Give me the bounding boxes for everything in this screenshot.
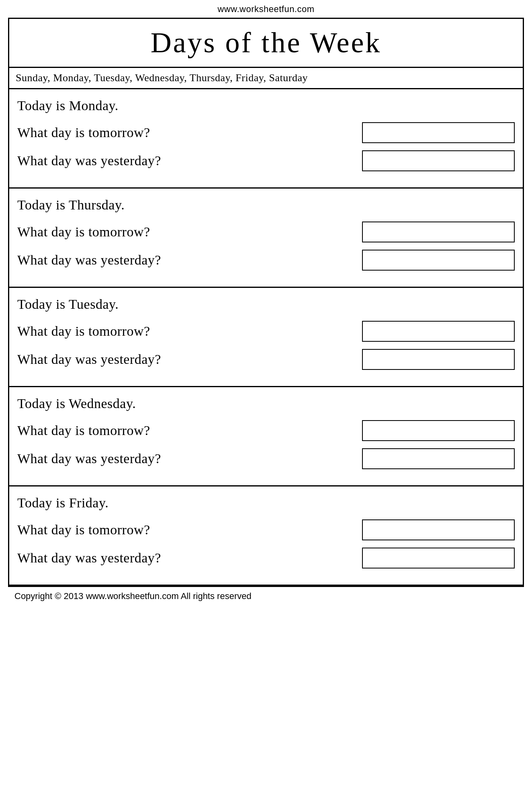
question-text-1-0: What day is tomorrow? bbox=[17, 224, 150, 240]
question-row-2-0: What day is tomorrow? bbox=[17, 321, 515, 342]
question-row-0-0: What day is tomorrow? bbox=[17, 122, 515, 143]
today-statement-1: Today is Thursday. bbox=[17, 197, 515, 213]
question-row-1-0: What day is tomorrow? bbox=[17, 222, 515, 242]
answer-box-1-0[interactable] bbox=[362, 222, 515, 242]
answer-box-3-0[interactable] bbox=[362, 420, 515, 441]
exercise-section-4: Today is Friday.What day is tomorrow?Wha… bbox=[9, 486, 523, 585]
exercise-section-0: Today is Monday.What day is tomorrow?Wha… bbox=[9, 89, 523, 189]
main-container: Days of the Week Sunday, Monday, Tuesday… bbox=[8, 18, 524, 586]
answer-box-2-0[interactable] bbox=[362, 321, 515, 342]
answer-box-4-1[interactable] bbox=[362, 548, 515, 568]
question-text-4-1: What day was yesterday? bbox=[17, 550, 161, 566]
days-list-section: Sunday, Monday, Tuesday, Wednesday, Thur… bbox=[9, 68, 523, 89]
question-text-0-0: What day is tomorrow? bbox=[17, 125, 150, 140]
worksheet-title: Days of the Week bbox=[151, 27, 382, 59]
question-row-3-1: What day was yesterday? bbox=[17, 448, 515, 469]
answer-box-4-0[interactable] bbox=[362, 519, 515, 540]
question-row-3-0: What day is tomorrow? bbox=[17, 420, 515, 441]
today-statement-0: Today is Monday. bbox=[17, 98, 515, 113]
answer-box-3-1[interactable] bbox=[362, 448, 515, 469]
exercise-section-2: Today is Tuesday.What day is tomorrow?Wh… bbox=[9, 288, 523, 387]
question-text-1-1: What day was yesterday? bbox=[17, 252, 161, 268]
question-text-3-0: What day is tomorrow? bbox=[17, 423, 150, 438]
today-statement-3: Today is Wednesday. bbox=[17, 396, 515, 411]
answer-box-0-0[interactable] bbox=[362, 122, 515, 143]
exercise-section-3: Today is Wednesday.What day is tomorrow?… bbox=[9, 387, 523, 486]
answer-box-0-1[interactable] bbox=[362, 150, 515, 171]
today-statement-2: Today is Tuesday. bbox=[17, 297, 515, 312]
answer-box-2-1[interactable] bbox=[362, 349, 515, 370]
question-row-1-1: What day was yesterday? bbox=[17, 250, 515, 271]
question-row-0-1: What day was yesterday? bbox=[17, 150, 515, 171]
question-row-2-1: What day was yesterday? bbox=[17, 349, 515, 370]
copyright-text: Copyright © 2013 www.worksheetfun.com Al… bbox=[14, 591, 252, 601]
days-list-text: Sunday, Monday, Tuesday, Wednesday, Thur… bbox=[16, 72, 308, 84]
question-row-4-1: What day was yesterday? bbox=[17, 548, 515, 568]
question-text-0-1: What day was yesterday? bbox=[17, 153, 161, 168]
copyright-section: Copyright © 2013 www.worksheetfun.com Al… bbox=[8, 586, 524, 605]
title-section: Days of the Week bbox=[9, 19, 523, 68]
question-row-4-0: What day is tomorrow? bbox=[17, 519, 515, 540]
question-text-2-0: What day is tomorrow? bbox=[17, 324, 150, 339]
answer-box-1-1[interactable] bbox=[362, 250, 515, 271]
question-text-3-1: What day was yesterday? bbox=[17, 451, 161, 466]
question-text-2-1: What day was yesterday? bbox=[17, 352, 161, 367]
today-statement-4: Today is Friday. bbox=[17, 495, 515, 511]
website-url: www.worksheetfun.com bbox=[217, 4, 314, 14]
exercise-section-1: Today is Thursday.What day is tomorrow?W… bbox=[9, 189, 523, 288]
question-text-4-0: What day is tomorrow? bbox=[17, 522, 150, 538]
